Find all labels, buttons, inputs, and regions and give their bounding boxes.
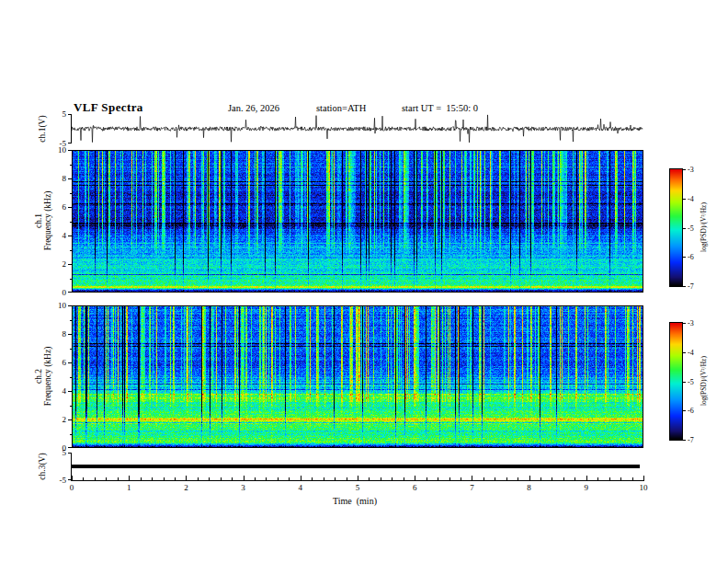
wave-y-tick-label: 5 xyxy=(50,110,66,120)
wave-y-tick-label: 5 xyxy=(50,449,66,458)
colorbar-tick-label: -6 xyxy=(688,408,694,416)
x-minor-tick-mark xyxy=(552,477,552,480)
spec-y-minor-tick-mark xyxy=(70,320,72,321)
colorbar1-label: log(PSD)/(V²/Hz) xyxy=(700,202,709,252)
colorbar-tick-mark xyxy=(683,199,686,200)
colorbar-tick-label: -5 xyxy=(688,225,694,234)
spec-y-tick-label: 6 xyxy=(50,359,66,368)
wave-y-tick-label: -5 xyxy=(50,140,66,149)
vlf-figure: VLF Spectra Jan. 26, 2026 station=ATH st… xyxy=(0,0,728,563)
ch1-spec-axis-label: ch.1 Frequency (kHz) xyxy=(34,191,52,251)
colorbar1-label-text: log(PSD)/(V²/Hz) xyxy=(700,202,709,252)
x-minor-tick-mark xyxy=(609,477,610,480)
colorbar-tick-mark xyxy=(683,323,686,324)
station-label: station=ATH xyxy=(316,103,366,113)
spec-y-tick-mark xyxy=(68,362,72,363)
spec-y-tick-label: 0 xyxy=(50,289,66,298)
x-minor-tick-mark xyxy=(324,477,324,480)
spec-y-minor-tick-mark xyxy=(70,406,72,407)
ch2-spec-axis-label: ch.2 Frequency (kHz) xyxy=(34,347,52,407)
x-minor-tick-mark xyxy=(518,477,518,480)
x-minor-tick-mark xyxy=(506,477,507,480)
spec-y-tick-label: 2 xyxy=(50,416,66,425)
ch2-spec-axis-label-line1: ch.2 xyxy=(34,347,43,407)
colorbar-tick-mark xyxy=(683,382,686,383)
x-minor-tick-mark xyxy=(392,477,392,480)
x-tick-mark xyxy=(472,476,472,480)
ch1-waveform-panel xyxy=(72,114,643,144)
x-axis-title: Time (min) xyxy=(333,496,377,506)
spec-y-minor-tick-mark xyxy=(70,165,72,166)
spec-y-tick-mark xyxy=(68,178,72,179)
colorbar1-canvas xyxy=(670,169,682,286)
colorbar-tick-label: -6 xyxy=(688,254,694,262)
x-minor-tick-mark xyxy=(461,477,461,480)
wave-y-tick-label: -5 xyxy=(50,477,66,486)
date-label: Jan. 26, 2026 xyxy=(228,103,279,113)
spec-y-minor-tick-mark xyxy=(70,250,72,251)
x-tick-label: 9 xyxy=(579,484,594,493)
colorbar-tick-label: -5 xyxy=(688,379,694,387)
spec-y-minor-tick-mark xyxy=(70,349,72,350)
x-tick-mark xyxy=(244,476,245,480)
spec-y-tick-label: 2 xyxy=(50,260,66,270)
ch3-wave-axis-label-text: ch.3(V) xyxy=(38,453,47,479)
x-minor-tick-mark xyxy=(483,477,484,480)
wave-y-tick-mark xyxy=(68,453,72,454)
x-minor-tick-mark xyxy=(175,477,176,480)
spec-y-tick-mark xyxy=(68,447,72,448)
colorbar-tick-mark xyxy=(683,352,686,353)
x-tick-mark xyxy=(586,476,587,480)
plot-title: VLF Spectra xyxy=(74,100,143,115)
x-tick-label: 10 xyxy=(636,484,651,493)
x-tick-mark xyxy=(643,476,644,480)
x-minor-tick-mark xyxy=(209,477,210,480)
x-tick-label: 4 xyxy=(293,484,308,493)
colorbar-tick-mark xyxy=(683,228,686,229)
x-minor-tick-mark xyxy=(278,477,279,480)
spec-y-tick-label: 8 xyxy=(50,175,66,184)
x-minor-tick-mark xyxy=(198,477,199,480)
x-tick-mark xyxy=(301,476,301,480)
colorbar-tick-label: -7 xyxy=(688,283,694,292)
x-minor-tick-mark xyxy=(335,477,336,480)
x-tick-mark xyxy=(415,476,415,480)
x-minor-tick-mark xyxy=(289,477,290,480)
x-minor-tick-mark xyxy=(106,477,107,480)
x-minor-tick-mark xyxy=(449,477,450,480)
x-minor-tick-mark xyxy=(369,477,370,480)
spec-y-tick-mark xyxy=(68,292,72,293)
x-minor-tick-mark xyxy=(620,477,621,480)
colorbar-tick-mark xyxy=(683,440,686,441)
spec-y-tick-mark xyxy=(68,236,72,236)
ch3-wave-axis-label: ch.3(V) xyxy=(38,453,47,479)
x-minor-tick-mark xyxy=(438,477,438,480)
x-minor-tick-mark xyxy=(95,477,96,480)
x-minor-tick-mark xyxy=(347,477,347,480)
x-tick-mark xyxy=(358,476,358,480)
colorbar-tick-mark xyxy=(683,286,686,287)
spec-y-tick-mark xyxy=(68,391,72,392)
x-minor-tick-mark xyxy=(141,477,142,480)
ch2-spec-axis-label-line2: Frequency (kHz) xyxy=(43,347,52,407)
x-tick-mark xyxy=(72,476,73,480)
ch1-spectrogram-panel xyxy=(72,150,643,293)
x-minor-tick-mark xyxy=(312,477,313,480)
wave-y-tick-mark xyxy=(68,143,72,144)
x-minor-tick-mark xyxy=(83,477,84,480)
colorbar-tick-label: -3 xyxy=(688,167,694,175)
x-minor-tick-mark xyxy=(404,477,404,480)
spec-y-tick-mark xyxy=(68,334,72,335)
x-minor-tick-mark xyxy=(427,477,427,480)
spec-y-minor-tick-mark xyxy=(70,193,72,194)
x-minor-tick-mark xyxy=(563,477,564,480)
spec-y-minor-tick-mark xyxy=(70,377,72,378)
ch3-flat-trace xyxy=(72,465,640,468)
x-tick-label: 8 xyxy=(522,484,537,493)
ch1-waveform-canvas xyxy=(72,114,643,144)
colorbar1 xyxy=(669,168,683,287)
x-tick-label: 1 xyxy=(121,484,136,493)
colorbar2-canvas xyxy=(670,323,682,440)
colorbar2 xyxy=(669,322,683,441)
wave-y-tick-mark xyxy=(68,114,72,115)
